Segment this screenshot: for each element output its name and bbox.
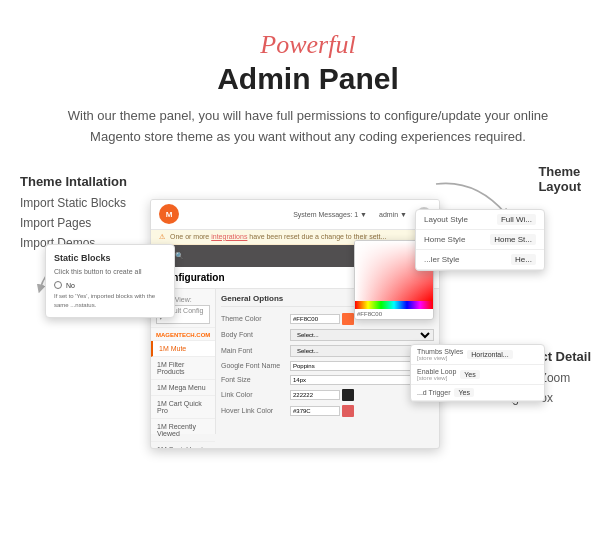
link-color-swatch <box>342 389 354 401</box>
theme-color-swatch[interactable] <box>342 313 354 325</box>
color-picker-popup: #FF8C00 <box>354 289 434 320</box>
color-picker-hex[interactable]: #FF8C00 <box>355 309 433 319</box>
main-content: Theme Intallation Import Static Blocks I… <box>20 164 596 494</box>
warning-text: One or more integrations have been reset… <box>170 233 386 240</box>
nav-search: 🔍 <box>175 252 184 260</box>
sidebar-menu-item[interactable]: 1M Filter Products <box>151 357 215 380</box>
static-blocks-popup: Static Blocks Click this button to creat… <box>45 244 175 319</box>
theme-color-label: Theme Color <box>221 315 286 322</box>
layout-style-value: Full Wi... <box>497 214 536 225</box>
trigger-row: ...d Trigger Yes <box>411 385 544 401</box>
layout-row-3: ...ler Style He... <box>416 250 544 270</box>
config-row-hover-link: Hover Link Color <box>221 405 434 417</box>
layout-popup: Layout Style Full Wi... Home Style Home … <box>415 209 545 271</box>
thumbs-style-sub: [store view] <box>417 355 463 361</box>
font-size-label: Font Size <box>221 376 286 383</box>
thumbs-style-row: Thumbs Styles [store view] Horizontal... <box>411 345 544 365</box>
popup-description: Click this button to create all <box>54 267 166 277</box>
screenshot-area: Static Blocks Click this button to creat… <box>120 189 460 459</box>
popup-radio-label: No <box>66 282 75 289</box>
search-icon[interactable]: 🔍 <box>175 252 184 260</box>
integrations-link[interactable]: integrations <box>211 233 247 240</box>
color-hue-bar <box>355 301 433 309</box>
enable-loop-label: Enable Loop <box>417 368 456 375</box>
trigger-label: ...d Trigger <box>417 389 450 396</box>
config-row-main-font: Main Font Select... <box>221 345 434 357</box>
trigger-value: Yes <box>454 388 473 397</box>
sidebar-menu-item[interactable]: 1M Mega Menu <box>151 380 215 396</box>
page-container: Powerful Admin Panel With our theme pane… <box>0 0 616 537</box>
theme-layout-label: Theme Layout <box>538 164 581 194</box>
ler-style-label: ...ler Style <box>424 255 505 264</box>
enable-loop-row: Enable Loop [store view] Yes <box>411 365 544 385</box>
link-color-label: Link Color <box>221 391 286 398</box>
ler-style-value: He... <box>511 254 536 265</box>
config-main: General Options Theme Color Body Font <box>216 289 439 434</box>
layout-row-1: Layout Style Full Wi... <box>416 210 544 230</box>
powerful-label: Powerful <box>20 30 596 60</box>
admin-screenshot: M System Messages: 1 ▼ admin ▼ ⚠ One or … <box>150 199 440 449</box>
trigger-label-group: ...d Trigger <box>417 389 450 396</box>
hover-link-group <box>290 405 434 417</box>
popup-radio-row: No <box>54 281 166 289</box>
layout-row-2: Home Style Home St... <box>416 230 544 250</box>
magentech-label: MAGENTECH.COM <box>151 330 215 341</box>
theme-color-input[interactable] <box>290 314 340 324</box>
header-description: With our theme panel, you will have full… <box>48 106 568 148</box>
thumbs-style-label-group: Thumbs Styles [store view] <box>417 348 463 361</box>
sidebar-menu-item-active[interactable]: 1M Mute <box>151 341 215 357</box>
magento-logo: M <box>159 204 179 224</box>
body-font-label: Body Font <box>221 331 286 338</box>
header-section: Powerful Admin Panel With our theme pane… <box>20 30 596 148</box>
layout-style-label: Layout Style <box>424 215 491 224</box>
enable-loop-value: Yes <box>460 370 479 379</box>
page-title: Admin Panel <box>20 62 596 96</box>
home-style-label: Home Style <box>424 235 484 244</box>
popup-note: If set to 'Yes', imported blocks with th… <box>54 292 166 309</box>
sidebar-menu-item[interactable]: 1M Cart Quick Pro <box>151 396 215 419</box>
config-row-link-color: Link Color <box>221 389 434 401</box>
color-gradient <box>355 289 433 301</box>
sidebar-menu-item[interactable]: 1M Recently Viewed <box>151 419 215 442</box>
hover-link-swatch <box>342 405 354 417</box>
admin-user[interactable]: admin ▼ <box>379 211 407 218</box>
body-font-select[interactable]: Select... <box>290 329 434 341</box>
enable-loop-sub: [store view] <box>417 375 456 381</box>
enable-loop-label-group: Enable Loop [store view] <box>417 368 456 381</box>
config-row-font-size: Font Size <box>221 375 434 385</box>
config-body: Store View: Default Config ▾ MAGENTECH.C… <box>151 289 439 434</box>
config-row-google-font: Google Font Name <box>221 361 434 371</box>
main-font-label: Main Font <box>221 347 286 354</box>
google-font-label: Google Font Name <box>221 362 286 369</box>
link-color-input[interactable] <box>290 390 340 400</box>
admin-top-bar: M System Messages: 1 ▼ admin ▼ <box>151 200 439 230</box>
thumbs-style-value: Horizontal... <box>467 350 512 359</box>
config-row-body-font: Body Font Select... <box>221 329 434 341</box>
thumbs-style-label: Thumbs Styles <box>417 348 463 355</box>
system-messages[interactable]: System Messages: 1 ▼ <box>293 211 367 218</box>
home-style-value: Home St... <box>490 234 536 245</box>
popup-radio[interactable] <box>54 281 62 289</box>
hover-link-label: Hover Link Color <box>221 407 286 414</box>
sidebar-menu-item[interactable]: 1M Social Login <box>151 442 215 449</box>
theme-installation-label: Theme Intallation <box>20 174 165 189</box>
popup-title: Static Blocks <box>54 253 166 263</box>
hover-link-input[interactable] <box>290 406 340 416</box>
product-detail-popup: Thumbs Styles [store view] Horizontal...… <box>410 344 545 402</box>
